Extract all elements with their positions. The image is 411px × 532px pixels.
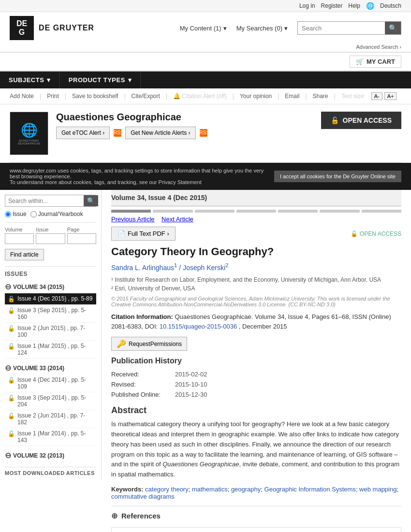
- published-label: Published Online:: [111, 389, 175, 400]
- search-within-button[interactable]: 🔍: [84, 195, 98, 206]
- cart-button[interactable]: 🛒 MY CART: [350, 56, 401, 68]
- issue-33-4-label: Issue 4 (Dec 2014) , pp. 5-109: [17, 376, 93, 390]
- article-main: Volume 34, Issue 4 (Dec 2015) Previous A…: [102, 190, 411, 532]
- lock-open-icon: 🔓: [351, 230, 358, 237]
- progress-bar-5: [278, 210, 318, 213]
- logo-de: DE: [16, 19, 27, 28]
- prev-article-link[interactable]: Previous Article: [111, 216, 155, 223]
- issues-scroll[interactable]: ⊖ VOLUME 34 (2015) 🔓 Issue 4 (Dec 2015) …: [5, 280, 96, 462]
- search-button[interactable]: 🔍: [385, 22, 401, 34]
- two-col-layout: 🔍 Issue Journal/Yearbook Volume: [0, 190, 411, 532]
- issue-34-4-label: Issue 4 (Dec 2015) , pp. 5-89: [17, 295, 92, 302]
- text-size-decrease[interactable]: A-: [371, 92, 382, 100]
- product-types-menu[interactable]: PRODUCT TYPES ▾: [60, 72, 141, 88]
- keyword-gis[interactable]: Geographic Information Systems: [264, 486, 356, 493]
- page-input[interactable]: [67, 233, 96, 244]
- issues-title: ISSUES: [5, 271, 96, 277]
- search-input[interactable]: [298, 23, 385, 34]
- issue-34-2[interactable]: 🔓 Issue 2 (Jun 2015) , pp. 7-100: [5, 323, 96, 341]
- volume34-label: VOLUME 34 (2015): [13, 284, 64, 290]
- volume32-header[interactable]: ⊖ VOLUME 32 (2013): [5, 449, 96, 462]
- radio-journal[interactable]: [30, 211, 37, 217]
- logo-link[interactable]: DE G DE GRUYTER: [10, 16, 94, 40]
- radio-journal-label[interactable]: Journal/Yearbook: [30, 211, 83, 217]
- author2-link[interactable]: Joseph Kerski2: [183, 264, 228, 272]
- keyword-geography[interactable]: geography: [231, 486, 261, 493]
- subjects-menu[interactable]: SUBJECTS ▾: [0, 72, 60, 88]
- volume-input[interactable]: [5, 233, 34, 244]
- cookie-accept-button[interactable]: I accept all cookies for the De Gruyter …: [274, 171, 401, 182]
- published-row: Published Online: 2015-12-30: [111, 389, 221, 400]
- citation-alert-link[interactable]: 🔔 Citation Alert (off): [173, 93, 227, 100]
- pub-history-table: Received: 2015-02-02 Revised: 2015-10-10…: [111, 369, 221, 400]
- find-article-button[interactable]: Find article: [5, 249, 44, 260]
- volume33-issue-list: 🔓 Issue 4 (Dec 2014) , pp. 5-109 🔓 Issue…: [5, 374, 96, 446]
- issue-34-1-label: Issue 1 (Mar 2015) , pp. 5-124: [17, 343, 93, 356]
- volume33-header[interactable]: ⊖ VOLUME 33 (2014): [5, 361, 96, 374]
- radio-group: Issue Journal/Yearbook: [5, 211, 96, 217]
- register-link[interactable]: Register: [321, 2, 343, 9]
- your-opinion-link[interactable]: Your opinion: [240, 93, 272, 100]
- login-link[interactable]: Log in: [299, 2, 315, 9]
- share-link[interactable]: Share: [313, 93, 328, 100]
- volume34-header[interactable]: ⊖ VOLUME 34 (2015): [5, 280, 96, 293]
- open-access-button[interactable]: 🔓 OPEN ACCESS: [321, 112, 401, 129]
- issue-33-4[interactable]: 🔓 Issue 4 (Dec 2014) , pp. 5-109: [5, 374, 96, 392]
- help-link[interactable]: Help: [348, 2, 360, 9]
- issue-34-3[interactable]: 🔓 Issue 3 (Sep 2015) , pp. 5-160: [5, 305, 96, 323]
- email-link[interactable]: Email: [285, 93, 299, 100]
- print-link[interactable]: Print: [47, 93, 59, 100]
- keyword-commutative-diagrams[interactable]: commutative diagrams: [111, 493, 175, 500]
- search-within-input[interactable]: [5, 195, 84, 206]
- journal-cover: 🌐 QUAESTIONES GEOGRAPHICAE: [10, 112, 48, 155]
- doi-link[interactable]: 10.1515/quageo-2015-0036: [160, 323, 237, 330]
- toolbar: Add Note | Print | Save to bookshelf | C…: [0, 88, 411, 104]
- next-article-link[interactable]: Next Article: [161, 216, 193, 223]
- full-text-pdf-button[interactable]: 📄 Full Text PDF ›: [111, 227, 176, 241]
- radio-issue-label[interactable]: Issue: [5, 211, 27, 217]
- cite-export-link[interactable]: Cite/Export: [132, 93, 160, 100]
- issue-header: Volume 34, Issue 4 (Dec 2015): [111, 190, 401, 207]
- issue-33-2[interactable]: 🔓 Issue 2 (Jun 2014) , pp. 7-182: [5, 410, 96, 428]
- keyword-category-theory[interactable]: category theory: [145, 486, 189, 493]
- issue-33-1[interactable]: 🔓 Issue 1 (Mar 2014) , pp. 5-143: [5, 428, 96, 446]
- issue-33-3[interactable]: 🔓 Issue 3 (Sep 2014) , pp. 5-204: [5, 392, 96, 410]
- keywords-label: Keywords:: [111, 486, 143, 493]
- keywords-section: Keywords: category theory; mathematics; …: [111, 486, 401, 500]
- issue-34-1[interactable]: 🔓 Issue 1 (Mar 2015) , pp. 5-124: [5, 341, 96, 359]
- issue-input[interactable]: [36, 233, 65, 244]
- request-permissions-button[interactable]: 🔑 RequestPermissions: [111, 337, 187, 351]
- new-article-alerts-button[interactable]: Get New Article Alerts ›: [125, 127, 195, 139]
- advanced-search-link[interactable]: Advanced Search ›: [356, 44, 401, 50]
- cart-bar: 🛒 MY CART: [0, 53, 411, 72]
- cart-icon: 🛒: [356, 58, 364, 65]
- add-note-link[interactable]: Add Note: [10, 93, 34, 100]
- issue-34-2-label: Issue 2 (Jun 2015) , pp. 7-100: [17, 325, 93, 338]
- top-bar: Log in Register Help 🌐 Deutsch: [0, 0, 411, 12]
- advanced-search-bar: Advanced Search ›: [10, 44, 401, 52]
- rss-icon-2: RSS: [200, 129, 207, 137]
- received-label: Received:: [111, 369, 175, 379]
- my-searches-link[interactable]: My Searches (0) ▾: [236, 25, 288, 32]
- revised-date: 2015-10-10: [175, 379, 222, 389]
- search-bar: 🔍: [297, 21, 401, 35]
- radio-issue[interactable]: [5, 211, 11, 217]
- lock-icon-34-4: 🔓: [8, 296, 15, 302]
- keyword-mathematics[interactable]: mathematics: [192, 486, 228, 493]
- language-link[interactable]: Deutsch: [380, 2, 401, 9]
- keyword-web-mapping[interactable]: web mapping: [359, 486, 396, 493]
- volume32-collapse-icon: ⊖: [5, 451, 11, 460]
- cookie-text: www.degruyter.com uses cookies, tags, an…: [10, 168, 264, 185]
- references-section-header[interactable]: ⊕ References: [111, 506, 401, 525]
- save-to-bookshelf-link[interactable]: Save to bookshelf: [72, 93, 118, 100]
- issue-33-1-label: Issue 1 (Mar 2014) , pp. 5-143: [17, 430, 93, 444]
- sidebar: 🔍 Issue Journal/Yearbook Volume: [0, 190, 102, 481]
- author1-link[interactable]: Sandra L. Arlinghaus1: [111, 264, 177, 272]
- text-size-increase[interactable]: A+: [384, 92, 397, 100]
- issue-34-4[interactable]: 🔓 Issue 4 (Dec 2015) , pp. 5-89: [5, 293, 96, 305]
- etoc-button[interactable]: Get eTOC Alert ›: [56, 127, 110, 139]
- my-content-link[interactable]: My Content (1) ▾: [180, 25, 227, 32]
- open-access-badge: 🔓 OPEN ACCESS: [351, 230, 401, 237]
- cookie-banner: www.degruyter.com uses cookies, tags, an…: [0, 163, 411, 190]
- volume34-issue-list: 🔓 Issue 4 (Dec 2015) , pp. 5-89 🔓 Issue …: [5, 293, 96, 359]
